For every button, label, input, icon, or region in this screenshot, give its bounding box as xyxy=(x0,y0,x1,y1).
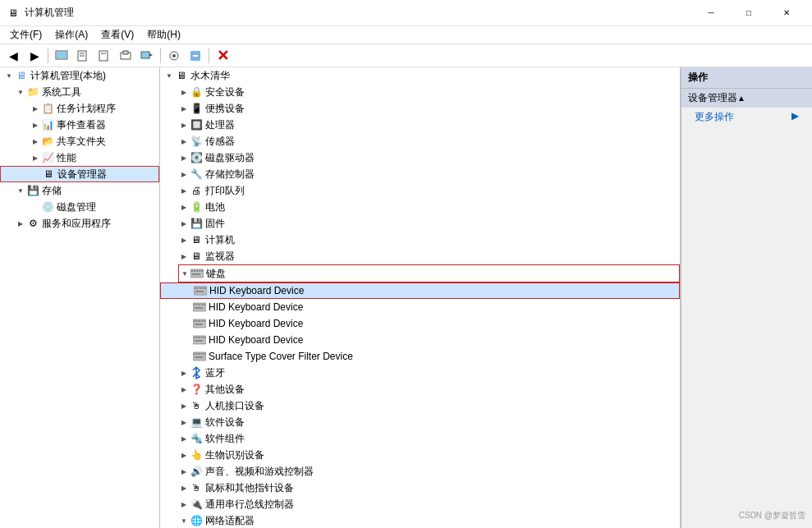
center-audio[interactable]: ▶ 🔊 声音、视频和游戏控制器 xyxy=(160,463,680,480)
center-sensor[interactable]: ▶ 📡 传感器 xyxy=(160,133,680,149)
maximize-button[interactable]: □ xyxy=(730,0,768,26)
disk-icon: 💿 xyxy=(41,200,54,213)
toolbar-forward[interactable]: ▶ xyxy=(25,47,44,65)
center-hid-devices[interactable]: ▶ 🖱 人机接口设备 xyxy=(160,397,680,414)
menu-file[interactable]: 文件(F) xyxy=(3,26,48,44)
services-expander[interactable]: ▶ xyxy=(15,218,26,229)
toolbar-btn-4[interactable] xyxy=(116,47,135,65)
minimize-button[interactable]: ─ xyxy=(692,0,730,26)
right-more-actions[interactable]: 更多操作 ▶ xyxy=(681,108,812,126)
computer-exp[interactable]: ▶ xyxy=(178,234,190,246)
firmware-exp[interactable]: ▶ xyxy=(178,218,190,229)
hid-keyboard-1[interactable]: HID Keyboard Device xyxy=(160,282,680,299)
keyboard-exp[interactable]: ▼ xyxy=(179,268,190,279)
toolbar-delete[interactable]: ✕ xyxy=(213,47,232,65)
hid-keyboard-4[interactable]: HID Keyboard Device xyxy=(160,332,680,348)
monitor-exp[interactable]: ▶ xyxy=(178,250,190,262)
svg-rect-25 xyxy=(200,287,201,289)
hid-keyboard-2[interactable]: HID Keyboard Device xyxy=(160,299,680,315)
left-services[interactable]: ▶ ⚙ 服务和应用程序 xyxy=(0,215,159,232)
svg-marker-10 xyxy=(149,53,153,57)
left-shared-folders[interactable]: ▶ 📂 共享文件夹 xyxy=(0,133,159,149)
mouse-exp[interactable]: ▶ xyxy=(178,482,190,494)
disk-drive-exp[interactable]: ▶ xyxy=(178,152,190,163)
center-storage-ctrl[interactable]: ▶ 🔧 存储控制器 xyxy=(160,166,680,182)
bluetooth-label: 蓝牙 xyxy=(205,366,225,380)
system-tools-expander[interactable]: ▼ xyxy=(15,86,26,98)
left-storage[interactable]: ▼ 💾 存储 xyxy=(0,182,159,199)
center-security[interactable]: ▶ 🔒 安全设备 xyxy=(160,84,680,100)
toolbar-btn-5[interactable] xyxy=(137,47,157,65)
battery-icon: 🔋 xyxy=(190,200,203,213)
network-exp[interactable]: ▼ xyxy=(178,515,190,526)
menu-action[interactable]: 操作(A) xyxy=(48,26,94,44)
surface-device[interactable]: Surface Type Cover Filter Device xyxy=(160,348,680,365)
sw-device-exp[interactable]: ▶ xyxy=(178,416,190,428)
audio-exp[interactable]: ▶ xyxy=(178,466,190,477)
sensor-exp[interactable]: ▶ xyxy=(178,135,190,147)
left-task-scheduler[interactable]: ▶ 📋 任务计划程序 xyxy=(0,100,159,117)
center-computer[interactable]: ▶ 🖥 计算机 xyxy=(160,232,680,248)
center-disk-drive[interactable]: ▶ 💽 磁盘驱动器 xyxy=(160,149,680,166)
hid-devices-exp[interactable]: ▶ xyxy=(178,400,190,411)
sw-comp-exp[interactable]: ▶ xyxy=(178,433,190,444)
toolbar-btn-3[interactable] xyxy=(94,47,114,65)
storage-ctrl-exp[interactable]: ▶ xyxy=(178,168,190,180)
center-biometric[interactable]: ▶ 👆 生物识别设备 xyxy=(160,447,680,463)
share-expander[interactable]: ▶ xyxy=(30,135,41,147)
print-exp[interactable]: ▶ xyxy=(178,185,190,196)
left-device-manager[interactable]: 🖥 设备管理器 xyxy=(0,166,159,182)
center-portable[interactable]: ▶ 📱 便携设备 xyxy=(160,100,680,117)
svg-rect-40 xyxy=(201,320,203,322)
perf-expander[interactable]: ▶ xyxy=(30,152,41,163)
center-software-component[interactable]: ▶ 🔩 软件组件 xyxy=(160,430,680,447)
left-system-tools[interactable]: ▼ 📁 系统工具 xyxy=(0,84,159,100)
left-event-viewer[interactable]: ▶ 📊 事件查看器 xyxy=(0,117,159,133)
left-root[interactable]: ▼ 🖥 计算机管理(本地) xyxy=(0,67,159,84)
center-battery[interactable]: ▶ 🔋 电池 xyxy=(160,199,680,215)
center-mouse[interactable]: ▶ 🖱 鼠标和其他指针设备 xyxy=(160,480,680,496)
usb-exp[interactable]: ▶ xyxy=(178,498,190,510)
task-expander[interactable]: ▶ xyxy=(30,103,41,114)
center-monitor[interactable]: ▶ 🖥 监视器 xyxy=(160,248,680,264)
left-disk-mgmt[interactable]: 💿 磁盘管理 xyxy=(0,199,159,215)
menu-help[interactable]: 帮助(H) xyxy=(140,26,187,44)
toolbar-btn-1[interactable] xyxy=(52,47,71,65)
center-network[interactable]: ▼ 🌐 网络适配器 xyxy=(160,512,680,528)
center-root-expander[interactable]: ▼ xyxy=(163,70,175,81)
biometric-label: 生物识别设备 xyxy=(205,448,264,462)
bluetooth-exp[interactable]: ▶ xyxy=(178,367,190,379)
security-exp[interactable]: ▶ xyxy=(178,86,190,98)
other-icon: ❓ xyxy=(190,383,203,396)
share-label: 共享文件夹 xyxy=(57,135,106,149)
left-root-expander[interactable]: ▼ xyxy=(3,70,15,81)
biometric-exp[interactable]: ▶ xyxy=(178,449,190,461)
svg-rect-1 xyxy=(57,52,67,58)
center-usb[interactable]: ▶ 🔌 通用串行总线控制器 xyxy=(160,496,680,512)
close-button[interactable]: ✕ xyxy=(768,0,805,26)
toolbar-back[interactable]: ◀ xyxy=(3,47,23,65)
center-firmware[interactable]: ▶ 💾 固件 xyxy=(160,215,680,232)
center-bluetooth[interactable]: ▶ 蓝牙 xyxy=(160,365,680,381)
event-expander[interactable]: ▶ xyxy=(30,119,41,131)
storage-expander[interactable]: ▼ xyxy=(15,185,26,196)
task-label: 任务计划程序 xyxy=(57,102,116,116)
center-processor[interactable]: ▶ 🔲 处理器 xyxy=(160,117,680,133)
right-section-label: 设备管理器 xyxy=(688,91,737,105)
left-performance[interactable]: ▶ 📈 性能 xyxy=(0,149,159,166)
other-exp[interactable]: ▶ xyxy=(178,383,190,395)
portable-exp[interactable]: ▶ xyxy=(178,103,190,114)
processor-exp[interactable]: ▶ xyxy=(178,119,190,131)
hid-keyboard-3[interactable]: HID Keyboard Device xyxy=(160,315,680,332)
toolbar-btn-7[interactable] xyxy=(186,47,205,65)
toolbar-btn-6[interactable] xyxy=(164,47,184,65)
svg-rect-48 xyxy=(204,337,205,338)
battery-exp[interactable]: ▶ xyxy=(178,201,190,213)
menu-view[interactable]: 查看(V) xyxy=(94,26,140,44)
center-keyboard[interactable]: ▼ 键盘 xyxy=(179,265,679,282)
center-root[interactable]: ▼ 🖥 水木清华 xyxy=(160,67,680,84)
center-other[interactable]: ▶ ❓ 其他设备 xyxy=(160,381,680,397)
toolbar-btn-2[interactable] xyxy=(73,47,93,65)
center-software-device[interactable]: ▶ 💻 软件设备 xyxy=(160,414,680,430)
center-print-queue[interactable]: ▶ 🖨 打印队列 xyxy=(160,182,680,199)
